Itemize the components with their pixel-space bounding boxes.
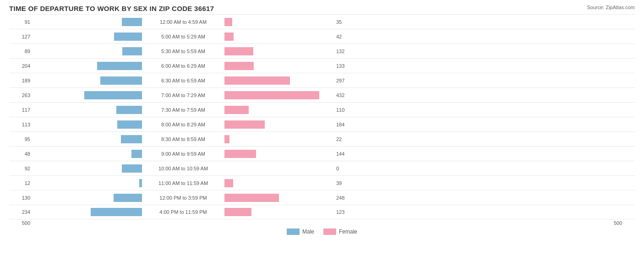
time-label: 9:00 AM to 9:59 AM: [142, 151, 224, 157]
female-value: 133: [334, 63, 357, 69]
right-bar-wrap: [224, 91, 334, 99]
male-value: 91: [9, 19, 32, 25]
time-label: 8:00 AM to 8:29 AM: [142, 122, 224, 127]
axis-left-value: 500: [9, 220, 32, 226]
right-bar-wrap: [224, 179, 334, 187]
right-bar-wrap: [224, 33, 334, 41]
male-bar: [100, 76, 142, 85]
right-bar-wrap: [224, 62, 334, 70]
right-bar-wrap: [224, 47, 334, 55]
female-bar: [224, 62, 254, 70]
right-bar-wrap: [224, 135, 334, 143]
time-label: 7:00 AM to 7:29 AM: [142, 92, 224, 98]
right-bar-wrap: [224, 120, 334, 129]
legend: Male Female: [9, 228, 635, 235]
male-bar: [116, 106, 142, 114]
male-bar: [122, 47, 142, 55]
female-bar: [224, 135, 229, 143]
left-bar-wrap: [32, 194, 142, 202]
time-label: 4:00 PM to 11:59 PM: [142, 209, 224, 215]
legend-male: Male: [287, 228, 314, 235]
bar-row: 92 10:00 AM to 10:59 AM 0: [9, 161, 635, 175]
female-bar: [224, 76, 290, 85]
female-value: 432: [334, 92, 357, 98]
male-value: 89: [9, 49, 32, 54]
left-bar-wrap: [32, 150, 142, 158]
male-value: 95: [9, 136, 32, 142]
left-bar-wrap: [32, 76, 142, 85]
male-legend-box: [287, 228, 300, 235]
bar-row: 89 5:30 AM to 5:59 AM 132: [9, 44, 635, 58]
chart-title: TIME OF DEPARTURE TO WORK BY SEX IN ZIP …: [9, 5, 635, 12]
female-bar: [224, 33, 234, 41]
right-bar-wrap: [224, 106, 334, 114]
time-label: 11:00 AM to 11:59 AM: [142, 180, 224, 186]
right-bar-wrap: [224, 18, 334, 26]
left-bar-wrap: [32, 164, 142, 173]
female-bar: [224, 208, 251, 216]
male-value: 204: [9, 63, 32, 69]
axis-row: 500 500: [9, 220, 635, 226]
female-bar: [224, 120, 265, 129]
bar-row: 95 8:30 AM to 8:59 AM 22: [9, 131, 635, 146]
female-value: 42: [334, 34, 357, 39]
male-bar: [122, 164, 142, 173]
female-legend-label: Female: [339, 228, 357, 235]
source-text: Source: ZipAtlas.com: [587, 5, 635, 10]
left-bar-wrap: [32, 91, 142, 99]
male-bar: [97, 62, 142, 70]
female-bar: [224, 47, 253, 55]
male-bar: [114, 33, 142, 41]
female-bar: [224, 91, 319, 99]
bar-row: 12 11:00 AM to 11:59 AM 39: [9, 175, 635, 190]
male-bar: [117, 120, 142, 129]
bar-row: 48 9:00 AM to 9:59 AM 144: [9, 146, 635, 161]
left-bar-wrap: [32, 47, 142, 55]
male-value: 130: [9, 195, 32, 201]
left-bar-wrap: [32, 62, 142, 70]
rows-area: 91 12:00 AM to 4:59 AM 35 127 5:00 AM to…: [9, 14, 635, 219]
male-value: 189: [9, 78, 32, 83]
female-value: 123: [334, 209, 357, 215]
female-value: 297: [334, 78, 357, 83]
bar-row: 189 6:30 AM to 6:59 AM 297: [9, 73, 635, 87]
axis-right-value: 500: [612, 220, 635, 226]
right-bar-wrap: [224, 76, 334, 85]
male-bar: [84, 91, 142, 99]
right-bar-wrap: [224, 150, 334, 158]
male-value: 263: [9, 92, 32, 98]
time-label: 6:30 AM to 6:59 AM: [142, 78, 224, 83]
left-bar-wrap: [32, 135, 142, 143]
left-bar-wrap: [32, 33, 142, 41]
male-bar: [121, 135, 142, 143]
bar-row: 113 8:00 AM to 8:29 AM 184: [9, 117, 635, 131]
female-bar: [224, 179, 233, 187]
time-label: 8:30 AM to 8:59 AM: [142, 136, 224, 142]
chart-container: TIME OF DEPARTURE TO WORK BY SEX IN ZIP …: [0, 0, 644, 272]
female-value: 144: [334, 151, 357, 157]
female-value: 110: [334, 107, 357, 113]
male-bar: [131, 150, 142, 158]
bar-row: 263 7:00 AM to 7:29 AM 432: [9, 87, 635, 102]
female-value: 22: [334, 136, 357, 142]
male-bar: [122, 18, 142, 26]
bar-row: 130 12:00 PM to 3:59 PM 248: [9, 190, 635, 205]
left-bar-wrap: [32, 179, 142, 187]
time-label: 7:30 AM to 7:59 AM: [142, 107, 224, 113]
male-value: 117: [9, 107, 32, 113]
female-value: 184: [334, 122, 357, 127]
male-value: 92: [9, 166, 32, 171]
bar-row: 91 12:00 AM to 4:59 AM 35: [9, 14, 635, 29]
time-label: 10:00 AM to 10:59 AM: [142, 166, 224, 171]
female-legend-box: [323, 228, 336, 235]
time-label: 12:00 PM to 3:59 PM: [142, 195, 224, 201]
male-value: 234: [9, 209, 32, 215]
legend-female: Female: [323, 228, 357, 235]
left-bar-wrap: [32, 18, 142, 26]
left-bar-wrap: [32, 106, 142, 114]
bar-row: 234 4:00 PM to 11:59 PM 123: [9, 205, 635, 219]
female-bar: [224, 150, 256, 158]
male-value: 113: [9, 122, 32, 127]
right-bar-wrap: [224, 194, 334, 202]
female-bar: [224, 106, 249, 114]
